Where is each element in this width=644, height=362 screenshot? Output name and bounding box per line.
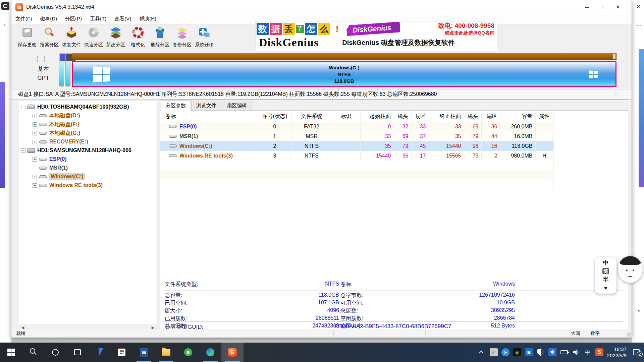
table-row-msr[interactable]: MSR(1) 1 MSR 33 69 37 35 79 44 16.0MB (160, 131, 553, 141)
expand-icon[interactable]: + (33, 122, 37, 127)
menu-help[interactable]: 帮助(H) (135, 14, 160, 24)
close-button[interactable]: ✕ (610, 2, 626, 12)
disk-header-bar[interactable] (72, 53, 616, 60)
diskgenius-taskbar-button[interactable]: G (221, 343, 244, 362)
ime-simplified-indicator[interactable]: 简 (602, 268, 609, 274)
expand-icon[interactable]: + (33, 183, 37, 188)
system-migrate-button[interactable]: 系统迁移 (193, 24, 215, 51)
tray-nvidia-icon[interactable]: ◉ (513, 348, 521, 356)
partition-icon (39, 132, 47, 135)
menu-disk[interactable]: 磁盘(D) (36, 14, 61, 24)
fs-type-value: NTFS (165, 281, 339, 287)
table-row-windows-c-selected[interactable]: Windows(C:) 2 NTFS 35 79 45 15440 96 16 … (160, 141, 553, 151)
tree-item-recovery-e[interactable]: + RECOVERY(E:) (19, 137, 157, 146)
tree-item-windows-c[interactable]: + Windows(C:) (19, 172, 157, 181)
tree-item-windows-re[interactable]: + Windows RE tools(3) (19, 181, 157, 190)
backup-partition-button[interactable]: 备份分区 (171, 24, 193, 51)
tray-thunder-bird-icon[interactable]: ➤ (501, 348, 509, 356)
taskbar-search-button[interactable] (22, 343, 44, 362)
tree-item-local-g[interactable]: + 本地磁盘(G:) (19, 129, 157, 137)
tray-antivirus-icon[interactable]: ✓ (490, 348, 498, 356)
start-button[interactable] (0, 343, 22, 362)
tray-battery-icon[interactable] (560, 348, 568, 356)
partition-icon (39, 158, 47, 161)
tree-item-local-f[interactable]: + 本地磁盘(F:) (19, 120, 157, 129)
table-row-esp[interactable]: ESP(0) 0 FAT32 0 32 33 33 69 36 260.0MB (160, 122, 553, 131)
tree-item-msr[interactable]: MSR(1) (19, 164, 157, 172)
heart-icon[interactable]: ♥ (604, 285, 607, 291)
tray-snowflake-icon[interactable]: ✱ (548, 348, 556, 356)
ms-store-button[interactable] (111, 343, 133, 362)
tray-expand-chevron-icon[interactable] (478, 348, 486, 356)
file-explorer-button[interactable] (155, 343, 177, 362)
taskbar-clock[interactable]: 18:37 2022/5/9 (607, 346, 627, 359)
tree-item-hd1[interactable]: − HD1:SAMSUNGMZNLN128HAHQ-000 (19, 146, 157, 155)
new-partition-button[interactable]: 新建分区 (105, 24, 127, 51)
scroll-down-arrow-icon[interactable]: ▼ (637, 309, 641, 313)
tray-volume-icon[interactable] (572, 348, 580, 356)
cortana-button[interactable] (44, 343, 66, 362)
partition-sliver-esp[interactable] (59, 53, 64, 86)
tree-item-esp[interactable]: + ESP(0) (19, 155, 157, 164)
no-expander (33, 166, 37, 170)
format-button[interactable]: 格式化 (127, 24, 149, 51)
tray-intel-graphics-icon[interactable]: ▣ (525, 348, 533, 356)
expand-icon[interactable]: + (33, 157, 37, 162)
prev-disk-arrow[interactable]: ⟨ (36, 55, 43, 63)
sogou-ime-panel[interactable]: 中 简 半 ♥ (595, 257, 616, 294)
expand-icon[interactable]: + (33, 175, 37, 179)
maximize-button[interactable]: □ (595, 2, 610, 12)
background-close-icon[interactable]: ✕ (636, 3, 641, 10)
collapse-icon[interactable]: − (21, 148, 25, 153)
minimize-button[interactable]: ─ (579, 2, 595, 12)
menu-file[interactable]: 文件(F) (11, 14, 36, 24)
banner-ribbon: DiskGenius (346, 21, 400, 36)
next-disk-arrow[interactable]: ⟩ (43, 55, 51, 63)
task-view-button[interactable] (66, 343, 89, 362)
menu-view[interactable]: 查看(V) (110, 14, 135, 24)
tree-item-local-d[interactable]: + 本地磁盘(D:) (19, 111, 157, 120)
expand-icon[interactable]: + (33, 114, 37, 118)
resize-grip[interactable] (627, 333, 631, 337)
partition-sliver-msr[interactable] (65, 53, 70, 86)
banner-logo: DiskGenius (259, 36, 319, 49)
tray-ime-indicator[interactable]: 中 (584, 348, 592, 356)
tray-defender-icon[interactable]: ✕ (537, 348, 545, 356)
selected-partition-block[interactable]: Windows(C:) NTFS 118.0GB (72, 61, 616, 87)
tree-item-hd0[interactable]: − HD0:TOSHIBAMQ04ABF100(932GB) (19, 103, 157, 111)
notification-center-button[interactable]: 2 (631, 343, 641, 362)
folder-icon (162, 349, 170, 356)
tray-sogou-icon[interactable]: S (595, 348, 603, 356)
recover-files-icon (65, 26, 77, 40)
system-migrate-icon (198, 26, 210, 40)
recover-files-button[interactable]: 恢复文件 (60, 24, 83, 51)
detail-value: 28068511 (165, 315, 339, 321)
partition-icon (39, 175, 47, 178)
back-arrow-icon[interactable]: ← (2, 19, 9, 28)
quick-partition-button[interactable]: 快速分区 (83, 24, 105, 51)
partition-table: 卷标 序号(状态) 文件系统 标识 起始柱面 磁头 扇区 终止柱面 磁头 扇区 … (160, 111, 554, 190)
word-app-button[interactable]: W (133, 343, 155, 362)
thunder-app-button[interactable] (89, 343, 111, 362)
tab-partition-params[interactable]: 分区参数 (161, 100, 191, 111)
edge-button[interactable] (199, 343, 221, 362)
tab-browse-files[interactable]: 浏览文件 (191, 101, 221, 110)
collapse-icon[interactable]: − (21, 105, 25, 109)
menu-tools[interactable]: 工具(T) (86, 14, 110, 24)
ime-halfwidth-indicator[interactable]: 半 (603, 277, 609, 283)
ime-chinese-indicator[interactable]: 中 (603, 260, 609, 266)
delete-partition-button[interactable]: 删除分区 (149, 24, 171, 51)
ad-banner[interactable]: 数 据 丢 了 怎 么 ! DiskGenius 致电: 400-008-995… (255, 21, 497, 51)
expand-icon[interactable]: + (33, 140, 37, 144)
partition-icon (39, 140, 47, 143)
menu-partition[interactable]: 分区(P) (61, 14, 86, 24)
browser-360-button[interactable]: e (177, 343, 199, 362)
banner-qq-link[interactable]: 或点击此处选择QQ咨询 (438, 30, 494, 36)
table-row-windows-re[interactable]: Windows RE tools(3) 3 NTFS 15440 96 17 1… (160, 151, 553, 161)
word-icon: W (140, 348, 148, 357)
tab-sector-edit[interactable]: 扇区编辑 (222, 101, 252, 110)
search-partition-button[interactable]: 搜索分区 (38, 24, 60, 51)
save-changes-button[interactable]: 保存更改 (16, 24, 38, 51)
more-options-icon[interactable]: ⋯ (635, 21, 641, 29)
expand-icon[interactable]: + (33, 131, 37, 135)
